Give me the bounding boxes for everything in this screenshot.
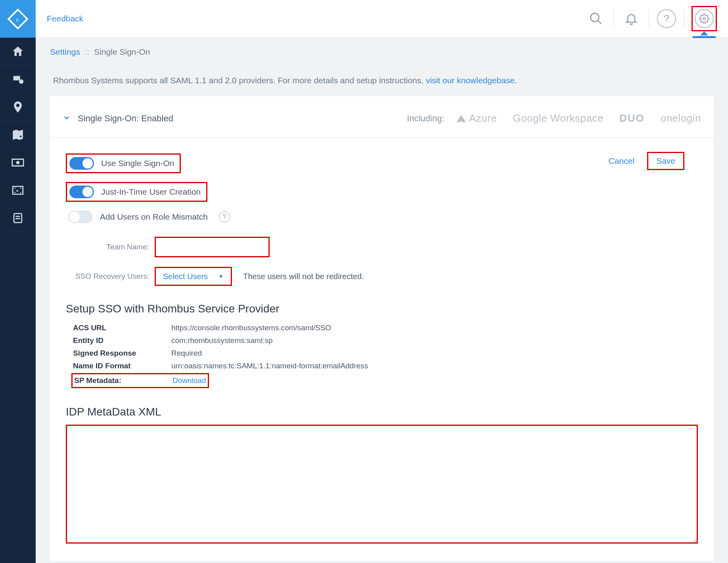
team-name-label: Team Name:	[74, 243, 149, 251]
nav-home[interactable]	[0, 38, 36, 65]
divider	[613, 10, 614, 28]
info-text: Rhombus Systems supports all SAML 1.1 an…	[50, 60, 714, 96]
use-sso-label: Use Single Sign-On	[101, 159, 174, 168]
signed-response-key: Signed Response	[73, 347, 160, 360]
nav-docs[interactable]	[0, 204, 36, 232]
sso-status-title: Single Sign-On: Enabled	[78, 113, 173, 124]
sidebar: r.	[0, 0, 36, 563]
topbar: Feedback ?	[36, 0, 728, 38]
recovery-users-select[interactable]: Select Users ▼	[155, 267, 232, 286]
save-button[interactable]: Save	[647, 152, 684, 170]
sp-metadata-key: SP Metadata:	[74, 374, 161, 387]
recovery-helper: These users will not be redirected.	[243, 272, 364, 281]
nameid-format-val: urn:oasis:names:tc:SAML:1.1:nameid-forma…	[171, 360, 368, 372]
svg-text:r.: r.	[16, 16, 19, 23]
signed-response-val: Required	[171, 347, 202, 360]
entity-id-key: Entity ID	[73, 334, 160, 347]
svg-point-12	[703, 17, 706, 20]
chevron-down-icon[interactable]	[63, 114, 71, 123]
svg-point-6	[20, 192, 21, 193]
acs-url-key: ACS URL	[73, 322, 160, 334]
svg-point-4	[15, 192, 16, 193]
brand-logo[interactable]: r.	[0, 0, 36, 38]
svg-point-5	[20, 187, 21, 188]
help-tooltip-icon[interactable]: ?	[219, 211, 230, 222]
entity-id-val: com:rhombussystems:saml:sp	[171, 334, 273, 347]
jit-row-highlighted: Just-In-Time User Creation	[66, 182, 207, 202]
use-sso-row-highlighted: Use Single Sign-On	[66, 153, 181, 173]
chevron-down-icon: ▼	[218, 273, 224, 280]
settings-gear-highlighted	[692, 6, 717, 31]
nav-map[interactable]	[0, 121, 36, 149]
breadcrumb-current: Single Sign-On	[94, 47, 150, 56]
svg-point-2	[16, 161, 20, 164]
divider	[50, 137, 714, 138]
select-placeholder: Select Users	[163, 272, 208, 281]
nameid-format-key: Name ID Format	[73, 360, 160, 372]
idp-section-title: IDP MetaData XML	[66, 406, 698, 418]
gear-icon[interactable]	[694, 8, 715, 29]
onelogin-logo: onelogin	[661, 112, 701, 124]
use-sso-toggle[interactable]	[69, 157, 94, 170]
help-icon[interactable]: ?	[656, 8, 677, 29]
provider-logos: Azure Google Workspace DUO onelogin	[456, 112, 701, 124]
including-label: Including:	[407, 113, 444, 124]
nav-money[interactable]	[0, 149, 36, 176]
knowledgebase-link[interactable]: visit our knowledgebase.	[426, 76, 517, 85]
azure-logo: Azure	[456, 112, 497, 124]
bell-icon[interactable]	[621, 8, 642, 29]
nav-video[interactable]	[0, 176, 36, 204]
idp-metadata-textarea[interactable]	[66, 425, 698, 544]
breadcrumb-sep: ::	[85, 47, 90, 56]
sp-metadata-row-highlighted: SP Metadata:Download	[71, 373, 209, 388]
divider	[649, 10, 649, 28]
sp-section-title: Setup SSO with Rhombus Service Provider	[66, 303, 698, 315]
sp-metadata-download-link[interactable]: Download	[172, 374, 206, 387]
jit-toggle[interactable]	[69, 186, 94, 198]
duo-logo: DUO	[619, 112, 645, 124]
role-mismatch-label: Add Users on Role Mismatch	[100, 212, 208, 222]
sso-card: Single Sign-On: Enabled Including: Azure…	[50, 96, 714, 561]
google-workspace-logo: Google Workspace	[513, 112, 603, 124]
breadcrumb-settings[interactable]: Settings	[50, 47, 80, 56]
divider	[684, 10, 684, 28]
active-caret	[700, 31, 708, 35]
cancel-button[interactable]: Cancel	[606, 152, 637, 170]
info-prefix: Rhombus Systems supports all SAML 1.1 an…	[53, 76, 426, 85]
acs-url-val: https://console.rhombussystems.com/saml/…	[171, 322, 331, 334]
active-underline	[693, 36, 716, 38]
recovery-users-label: SSO Recovery Users:	[74, 272, 149, 281]
search-icon[interactable]	[586, 8, 606, 29]
role-mismatch-row: Add Users on Role Mismatch ?	[66, 211, 698, 223]
nav-devices[interactable]	[0, 65, 36, 93]
svg-line-11	[598, 21, 602, 24]
team-name-input[interactable]	[155, 237, 270, 257]
nav-location[interactable]	[0, 93, 36, 121]
svg-point-10	[591, 13, 599, 22]
jit-label: Just-In-Time User Creation	[101, 187, 201, 197]
breadcrumb: Settings :: Single Sign-On	[36, 38, 728, 60]
feedback-link[interactable]: Feedback	[47, 14, 83, 23]
role-mismatch-toggle[interactable]	[68, 211, 93, 223]
svg-point-3	[15, 187, 16, 188]
